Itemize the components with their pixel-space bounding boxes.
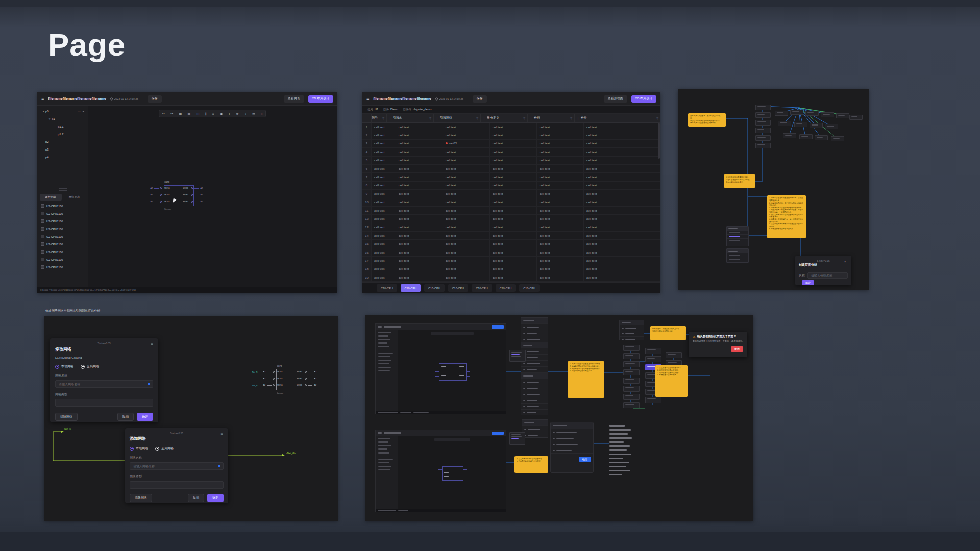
- cell-pin-number[interactable]: cell text: [372, 232, 396, 239]
- pin-right-3[interactable]: MOS1A2: [295, 384, 317, 387]
- cell-class[interactable]: cell text: [584, 123, 660, 131]
- cell-pin-number[interactable]: cell text: [372, 198, 396, 206]
- shape-icon[interactable]: ▭: [252, 112, 255, 115]
- cell-class[interactable]: cell text: [584, 173, 660, 181]
- cell-pin-number[interactable]: cell text: [372, 173, 396, 181]
- cell-pin-network[interactable]: cell text: [443, 157, 490, 164]
- table-row[interactable]: 2 cell text cell text cell text cell tex…: [362, 131, 660, 139]
- align-icon[interactable]: ≡: [212, 112, 214, 115]
- confirm-button[interactable]: 确定: [207, 494, 224, 502]
- cell-pin-network[interactable]: cell text: [443, 182, 490, 189]
- cell-pin-name[interactable]: cell text: [396, 173, 443, 181]
- cell-class[interactable]: cell text: [584, 257, 660, 264]
- cell-class[interactable]: cell text: [584, 131, 660, 139]
- cell-pin-name[interactable]: cell text: [396, 123, 443, 131]
- cell-pin-network[interactable]: cell text: [443, 173, 490, 181]
- table-row[interactable]: 8 cell text cell text cell text cell tex…: [362, 182, 660, 190]
- flow-node[interactable]: [790, 110, 803, 115]
- delete-button[interactable]: 删除: [731, 346, 743, 352]
- view-schematic-button[interactable]: 查看原理图: [604, 95, 627, 103]
- flow-node[interactable]: [794, 122, 807, 127]
- cell-pin-name[interactable]: cell text: [396, 248, 443, 256]
- cell-pin-name[interactable]: cell text: [396, 182, 443, 189]
- pin-left-1[interactable]: A2MOS1: [150, 187, 172, 190]
- table-row[interactable]: 10 cell text cell text cell text cell te…: [362, 198, 660, 207]
- cell-pin-name[interactable]: cell text: [396, 157, 443, 164]
- flow-node[interactable]: [778, 121, 791, 126]
- filter-icon[interactable]: ▽: [570, 117, 572, 120]
- tab-component-list[interactable]: 器件列表: [40, 194, 62, 201]
- filter-icon[interactable]: ▽: [476, 117, 478, 120]
- table-row[interactable]: 9 cell text cell text cell text cell tex…: [362, 190, 660, 198]
- schematic-canvas[interactable]: ↶↷▦▤◫∥≡◉T⊗+▭▯ C678 Sensor A2MOS1 A2MOS1 …: [88, 106, 337, 287]
- cell-redefine[interactable]: cell text: [490, 248, 537, 256]
- table-row[interactable]: 13 cell text cell text cell text cell te…: [362, 223, 660, 232]
- filter-icon[interactable]: ▽: [429, 117, 431, 120]
- cell-pin-name[interactable]: cell text: [396, 215, 443, 222]
- pin-left-2[interactable]: A2MOS1: [262, 377, 284, 380]
- cell-group[interactable]: cell text: [537, 173, 584, 181]
- flow-node[interactable]: [645, 356, 662, 362]
- target-icon[interactable]: ◉: [220, 112, 223, 115]
- tree-item[interactable]: ▾ p0 ⋯ +: [37, 107, 88, 115]
- cell-group[interactable]: cell text: [537, 248, 584, 256]
- close-icon[interactable]: ×: [844, 260, 846, 264]
- cell-pin-network[interactable]: cell text: [443, 223, 490, 231]
- undo-icon[interactable]: ↶: [162, 112, 165, 115]
- flow-node[interactable]: [775, 111, 788, 116]
- cell-class[interactable]: cell text: [584, 165, 660, 172]
- drag-handle-icon[interactable]: ⋮: [577, 117, 579, 120]
- panel-resize-handle[interactable]: [59, 188, 67, 191]
- sticky-note[interactable]: 1. 用户可以在当前页面直接编辑引脚网络；2. 创建新的网络后可在列表中选择分组…: [568, 361, 604, 398]
- flow-node[interactable]: [821, 112, 834, 117]
- component-list-item[interactable]: U2-CPU1100: [37, 225, 88, 233]
- cell-pin-number[interactable]: cell text: [372, 131, 396, 139]
- cell-redefine[interactable]: cell text: [490, 257, 537, 264]
- flow-node[interactable]: [623, 361, 640, 367]
- cell-pin-name[interactable]: cell text: [396, 198, 443, 206]
- confirm-button[interactable]: 确定: [802, 280, 814, 285]
- cell-pin-network[interactable]: cell text: [443, 190, 490, 197]
- mini-screenshot-editor[interactable]: [375, 430, 506, 512]
- cell-group[interactable]: cell text: [537, 223, 584, 231]
- table-row[interactable]: 6 cell text cell text cell text cell tex…: [362, 165, 660, 173]
- cell-group[interactable]: cell text: [537, 131, 584, 139]
- cell-pin-network[interactable]: cell text: [443, 248, 490, 256]
- cell-group[interactable]: cell text: [537, 165, 584, 172]
- cell-redefine[interactable]: cell text: [490, 123, 537, 131]
- table-row[interactable]: 15 cell text cell text cell text cell te…: [362, 240, 660, 248]
- flow-node[interactable]: [825, 124, 838, 129]
- cell-redefine[interactable]: cell text: [490, 215, 537, 222]
- cell-pin-name[interactable]: cell text: [396, 165, 443, 172]
- cell-pin-number[interactable]: cell text: [372, 273, 396, 281]
- table-row[interactable]: 12 cell text cell text cell text cell te…: [362, 215, 660, 223]
- column-header[interactable]: ⋮ 引脚网络 ▽: [434, 114, 481, 122]
- cell-pin-name[interactable]: cell text: [396, 140, 443, 147]
- sticky-note[interactable]: 当前用户进入页面后，默认打开上一个页面；平台会记录用户最近编辑的页面与状态；便于…: [688, 113, 726, 127]
- cell-redefine[interactable]: cell text: [490, 165, 537, 172]
- drag-handle-icon[interactable]: ⋮: [530, 117, 532, 120]
- table-row[interactable]: 7 cell text cell text cell text cell tex…: [362, 173, 660, 181]
- column-header[interactable]: ⋮ 分组 ▽: [528, 114, 575, 122]
- sticky-note[interactable]: 相关页面修改后需要同步更新，可在此查看全部引脚定义与分组，存在冲突时会给出提示。: [724, 174, 755, 188]
- cell-pin-name[interactable]: cell text: [396, 207, 443, 214]
- flow-node[interactable]: [810, 123, 823, 128]
- caret-icon[interactable]: ▾: [47, 117, 52, 120]
- flow-node[interactable]: [623, 378, 640, 384]
- flow-node[interactable]: [755, 112, 771, 118]
- component-list-item[interactable]: U2-CPU1100: [37, 256, 88, 263]
- text-icon[interactable]: T: [229, 112, 231, 115]
- cell-pin-number[interactable]: cell text: [372, 157, 396, 164]
- cell-redefine[interactable]: cell text: [490, 273, 537, 281]
- cell-pin-network[interactable]: cell text: [443, 165, 490, 172]
- radio-global-network[interactable]: 全局网络: [155, 446, 174, 451]
- pin-left-1[interactable]: A2MOS1: [262, 370, 284, 373]
- cell-redefine[interactable]: cell text: [490, 131, 537, 139]
- filter-icon[interactable]: ▽: [523, 117, 525, 120]
- cell-group[interactable]: cell text: [537, 232, 584, 239]
- clear-network-button[interactable]: 清除网络: [130, 494, 152, 502]
- close-icon[interactable]: ×: [151, 342, 153, 346]
- flow-node[interactable]: [849, 115, 863, 120]
- flow-node[interactable]: [783, 133, 796, 138]
- component-list-item[interactable]: U2-CPU1100: [37, 210, 88, 217]
